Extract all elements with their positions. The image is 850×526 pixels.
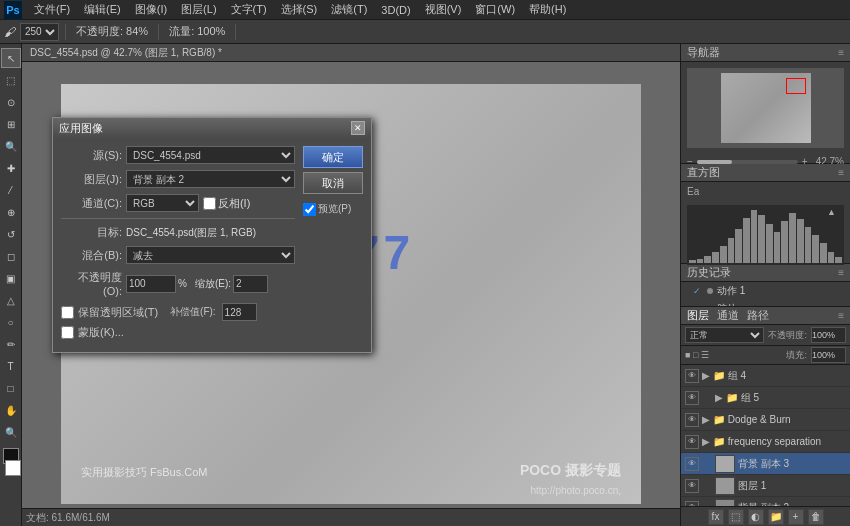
source-row: 源(S): DSC_4554.psd: [61, 146, 295, 164]
nav-preview-inner: [721, 73, 811, 143]
layers-tab[interactable]: 图层: [687, 308, 709, 323]
histogram-title: 直方图: [687, 165, 720, 180]
layers-menu-icon[interactable]: ≡: [838, 310, 844, 321]
preserve-checkbox[interactable]: [61, 306, 74, 319]
layer-eye-4[interactable]: 👁: [685, 457, 699, 471]
heal-tool[interactable]: ✚: [1, 158, 21, 178]
layer-item[interactable]: 👁 ▶ 📁 Dodge & Burn: [681, 409, 850, 431]
menu-item[interactable]: 视图(V): [419, 0, 468, 19]
layers-options: 正常 不透明度:: [681, 325, 850, 346]
canvas-tab[interactable]: DSC_4554.psd @ 42.7% (图层 1, RGB/8) *: [22, 44, 680, 62]
target-value: DSC_4554.psd(图层 1, RGB): [126, 226, 256, 240]
zoom-slider[interactable]: [697, 160, 798, 164]
offset-input[interactable]: [222, 303, 257, 321]
opacity-value-input[interactable]: [811, 327, 846, 343]
menu-item[interactable]: 3D(D): [375, 2, 416, 18]
preview-label: 预览(P): [318, 202, 351, 216]
tool-icon: 🖌: [4, 25, 16, 39]
menu-item[interactable]: 窗口(W): [469, 0, 521, 19]
history-item[interactable]: ✓ 动作 1: [681, 282, 850, 300]
layer-row: 图层(J): 背景 副本 2: [61, 170, 295, 188]
layer-select[interactable]: 背景 副本 2: [126, 170, 295, 188]
layer-item[interactable]: 👁 ▶ 📁 frequency separation: [681, 431, 850, 453]
layer-item[interactable]: 👁 背景 副本 3: [681, 453, 850, 475]
menu-item[interactable]: 滤镜(T): [325, 0, 373, 19]
crop-tool[interactable]: ⊞: [1, 114, 21, 134]
cancel-button[interactable]: 取消: [303, 172, 363, 194]
add-layer-button[interactable]: +: [788, 509, 804, 525]
delete-layer-button[interactable]: 🗑: [808, 509, 824, 525]
hand-tool[interactable]: ✋: [1, 400, 21, 420]
layer-eye-1[interactable]: 👁: [685, 391, 699, 405]
navigator-header-icons: ≡: [838, 47, 844, 58]
menu-item[interactable]: 编辑(E): [78, 0, 127, 19]
paths-tab[interactable]: 路径: [747, 308, 769, 323]
blending-select[interactable]: 减去: [126, 246, 295, 264]
history-list: ✓ 动作 1 胶片 scharf auto1 autoskin color1: [681, 282, 850, 306]
menu-item[interactable]: 选择(S): [275, 0, 324, 19]
layer-item[interactable]: 👁 图层 1: [681, 475, 850, 497]
flow-label: 流量: 100%: [165, 23, 229, 40]
layer-eye-3[interactable]: 👁: [685, 435, 699, 449]
pen-tool[interactable]: ✏: [1, 334, 21, 354]
menu-item[interactable]: 图像(I): [129, 0, 173, 19]
erase-tool[interactable]: ◻: [1, 246, 21, 266]
layer-item[interactable]: 👁 ▶ 📁 组 5: [681, 387, 850, 409]
preview-checkbox[interactable]: [303, 203, 316, 216]
history-panel: 历史记录 ≡ ✓ 动作 1 胶片 scharf auto1: [681, 264, 850, 306]
layers-header: 图层 通道 路径 ≡: [681, 307, 850, 325]
layer-item[interactable]: 👁 背景 副本 2: [681, 497, 850, 506]
opacity-option-label: 不透明度:: [768, 329, 807, 342]
hist-bar: [835, 257, 842, 263]
text-tool[interactable]: T: [1, 356, 21, 376]
clone-tool[interactable]: ⊕: [1, 202, 21, 222]
move-tool[interactable]: ↖: [1, 48, 21, 68]
svg-text:Ps: Ps: [6, 4, 19, 16]
ok-button[interactable]: 确定: [303, 146, 363, 168]
add-group-button[interactable]: 📁: [768, 509, 784, 525]
scale-input[interactable]: [233, 275, 268, 293]
menu-item[interactable]: 文件(F): [28, 0, 76, 19]
menu-item[interactable]: 图层(L): [175, 0, 222, 19]
menu-item[interactable]: 帮助(H): [523, 0, 572, 19]
navigator-menu-icon[interactable]: ≡: [838, 47, 844, 58]
fill-label: ■ □ ☰: [685, 350, 709, 360]
layer-eye-5[interactable]: 👁: [685, 479, 699, 493]
shape-tool[interactable]: □: [1, 378, 21, 398]
background-color[interactable]: [5, 460, 21, 476]
history-title: 历史记录: [687, 265, 731, 280]
layer-item[interactable]: 👁 ▶ 📁 组 4: [681, 365, 850, 387]
dodge-tool[interactable]: ○: [1, 312, 21, 332]
add-mask-button[interactable]: ⬚: [728, 509, 744, 525]
layer-eye-0[interactable]: 👁: [685, 369, 699, 383]
eyedropper-tool[interactable]: 🔍: [1, 136, 21, 156]
lasso-tool[interactable]: ⊙: [1, 92, 21, 112]
add-adjustment-button[interactable]: ◐: [748, 509, 764, 525]
brush-tool[interactable]: ∕: [1, 180, 21, 200]
brush-size-select[interactable]: 250: [20, 23, 59, 41]
add-style-button[interactable]: fx: [708, 509, 724, 525]
gradient-tool[interactable]: ▣: [1, 268, 21, 288]
channels-tab[interactable]: 通道: [717, 308, 739, 323]
channel-select[interactable]: RGB: [126, 194, 199, 212]
history-menu-icon[interactable]: ≡: [838, 267, 844, 278]
blur-tool[interactable]: △: [1, 290, 21, 310]
source-select[interactable]: DSC_4554.psd: [126, 146, 295, 164]
fill-value-input[interactable]: [811, 347, 846, 363]
select-tool[interactable]: ⬚: [1, 70, 21, 90]
fill-label-text: 填充:: [786, 349, 807, 362]
layer-thumb-4: [715, 455, 735, 473]
mask-checkbox[interactable]: [61, 326, 74, 339]
opacity-input[interactable]: [126, 275, 176, 293]
zoom-tool[interactable]: 🔍: [1, 422, 21, 442]
dialog-close-button[interactable]: ✕: [351, 121, 365, 135]
menu-item[interactable]: 文字(T): [225, 0, 273, 19]
watermark-url: http://photo.poco.cn,: [530, 485, 621, 496]
blend-mode-select[interactable]: 正常: [685, 327, 764, 343]
history-brush-tool[interactable]: ↺: [1, 224, 21, 244]
layer-label: 图层(J):: [61, 172, 126, 187]
invert-checkbox[interactable]: [203, 197, 216, 210]
scale-label: 缩放(E):: [195, 277, 231, 291]
histogram-menu-icon[interactable]: ≡: [838, 167, 844, 178]
layer-eye-2[interactable]: 👁: [685, 413, 699, 427]
